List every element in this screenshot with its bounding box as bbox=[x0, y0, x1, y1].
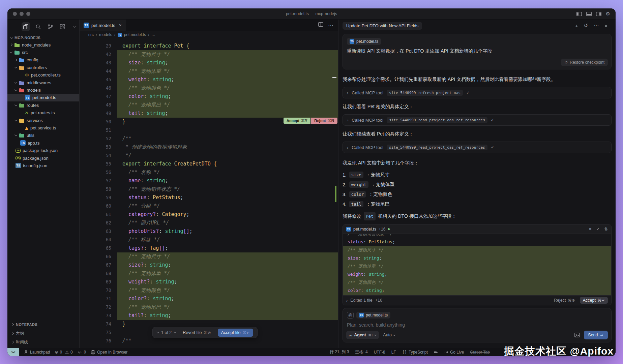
restore-checkpoint-button[interactable]: ↺Restore checkpoint bbox=[561, 59, 608, 66]
attach-image-icon[interactable] bbox=[574, 333, 580, 337]
mode-selector[interactable]: ∞ Agent ⌘I bbox=[346, 331, 379, 339]
send-button[interactable]: Send↵ bbox=[584, 331, 608, 339]
launchpad-button[interactable]: Launchpad bbox=[24, 350, 50, 355]
reject-all-icon[interactable]: ✕ bbox=[589, 226, 592, 232]
tree-item-label: pet.service.ts bbox=[30, 125, 56, 130]
tree-item-package-lock.json[interactable]: JSpackage-lock.json bbox=[7, 147, 79, 154]
add-context-button[interactable]: @ bbox=[347, 312, 354, 318]
reject-edit-button[interactable]: Reject⌘⊗ bbox=[554, 298, 575, 303]
traffic-lights[interactable] bbox=[13, 12, 30, 16]
tree-item-pet.controller.ts[interactable]: ⚙pet.controller.ts bbox=[7, 71, 79, 79]
split-editor-icon[interactable] bbox=[318, 22, 323, 29]
tab-pet-model[interactable]: TS pet.model.ts × bbox=[80, 20, 126, 31]
typescript-file-icon: TS bbox=[346, 227, 351, 232]
tree-item-models[interactable]: models bbox=[7, 86, 79, 94]
open-in-browser-button[interactable]: Open In Browser bbox=[91, 350, 127, 355]
accept-diff-button[interactable]: Accept⌘Y bbox=[284, 118, 310, 124]
chat-input-card[interactable]: @ TS pet.model.ts Plan, search, build an… bbox=[343, 308, 612, 342]
close-window-icon[interactable] bbox=[13, 12, 17, 16]
new-chat-icon[interactable]: + bbox=[575, 23, 578, 29]
diff-file-name: pet.model.ts bbox=[353, 227, 376, 232]
chevron-right-icon: › bbox=[346, 298, 348, 303]
sidebar: MCP-NODEJS node_modulessrcconfigcontroll… bbox=[7, 20, 80, 348]
context-file-chip[interactable]: TS pet.model.ts bbox=[356, 312, 390, 318]
source-control-icon[interactable] bbox=[46, 22, 55, 31]
toggle-left-panel-icon[interactable] bbox=[576, 12, 582, 16]
mcp-tool-call[interactable]: › Called MCP tool site_5440999_refresh_p… bbox=[343, 87, 612, 98]
more-options-icon[interactable]: ⋯ bbox=[594, 23, 599, 29]
chat-thread[interactable]: TS pet.model.ts 重新读取 API 文档数据，在 Pet DTO … bbox=[338, 32, 616, 348]
tree-item-package.json[interactable]: JSpackage.json bbox=[7, 154, 79, 162]
history-icon[interactable]: ↺ bbox=[584, 23, 588, 29]
tree-item-pet.service.ts[interactable]: ▲pet.service.ts bbox=[7, 124, 79, 131]
tree-item-routes[interactable]: routes bbox=[7, 101, 79, 109]
code-line-68: 68 /** 宠物体重 */ bbox=[80, 269, 338, 278]
line-number: 71 bbox=[80, 295, 111, 303]
prev-change-icon[interactable] bbox=[156, 331, 159, 333]
section-timeline[interactable]: 时间线 bbox=[7, 338, 79, 346]
context-file-chip[interactable]: TS pet.model.ts bbox=[347, 38, 381, 45]
chat-title[interactable]: Update Pet DTO with New API Fields bbox=[343, 22, 422, 30]
tree-item-middlewares[interactable]: middlewares bbox=[7, 79, 79, 86]
line-number: 48 bbox=[80, 101, 111, 109]
next-change-icon[interactable] bbox=[174, 332, 176, 334]
language-indicator[interactable]: {}TypeScript bbox=[402, 350, 428, 355]
reject-diff-button[interactable]: Reject⌘N bbox=[311, 118, 337, 124]
encoding-indicator[interactable]: UTF-8 bbox=[374, 350, 385, 355]
tree-item-app.ts[interactable]: TSapp.ts bbox=[7, 139, 79, 147]
more-actions-icon[interactable]: ⋯ bbox=[328, 22, 333, 29]
toggle-right-panel-icon[interactable] bbox=[596, 12, 601, 16]
accept-edit-button[interactable]: Accept⌘↵ bbox=[580, 297, 608, 304]
ports-indicator[interactable]: 0 bbox=[78, 350, 86, 355]
accept-file-button[interactable]: Accept file⌘↵ bbox=[218, 329, 253, 337]
activity-bar bbox=[7, 20, 79, 33]
search-icon[interactable] bbox=[34, 22, 42, 31]
section-notepads[interactable]: NOTEPADS bbox=[7, 320, 79, 329]
diff-card-header[interactable]: TS pet.model.ts +16 ✕ ✓ ⇅ bbox=[343, 224, 611, 234]
section-outline[interactable]: 大纲 bbox=[7, 329, 79, 338]
revert-file-button[interactable]: Revert file⌘⊗ bbox=[183, 330, 211, 335]
mcp-tool-call[interactable]: › Called MCP tool site_5440999_read_proj… bbox=[343, 142, 612, 153]
breadcrumb[interactable]: src› models› TS pet.model.ts› … bbox=[80, 31, 338, 38]
toggle-bottom-panel-icon[interactable] bbox=[586, 12, 592, 16]
go-live-button[interactable]: Go Live bbox=[444, 350, 464, 355]
tree-item-config[interactable]: config bbox=[7, 56, 79, 64]
problems-indicator[interactable]: ⊗0 ⚠0 bbox=[55, 350, 72, 355]
mcp-tool-call[interactable]: › Called MCP tool site_5440999_read_proj… bbox=[343, 114, 612, 126]
code-editor[interactable]: 29export interface Pet {42 /** 宠物尺寸 */43… bbox=[80, 38, 338, 348]
minimize-window-icon[interactable] bbox=[20, 12, 24, 16]
expand-icon[interactable]: ⇅ bbox=[604, 226, 608, 232]
tree-item-node_modules[interactable]: node_modules bbox=[7, 41, 79, 49]
line-number: 56 bbox=[80, 168, 111, 177]
tree-item-controllers[interactable]: controllers bbox=[7, 64, 79, 71]
remote-indicator-icon[interactable]: >< bbox=[7, 348, 19, 356]
tree-item-utils[interactable]: utils bbox=[7, 132, 79, 139]
accept-all-icon[interactable]: ✓ bbox=[596, 226, 600, 232]
prettier-icon[interactable] bbox=[434, 351, 438, 354]
line-col-indicator[interactable]: 行 21, 列 3 bbox=[330, 349, 349, 355]
tree-item-services[interactable]: services bbox=[7, 117, 79, 124]
settings-gear-icon[interactable]: ⚙ bbox=[606, 11, 610, 17]
extensions-icon[interactable] bbox=[58, 22, 67, 31]
tree-item-label: models bbox=[27, 88, 41, 93]
chevron-down-icon[interactable] bbox=[71, 22, 79, 31]
close-panel-icon[interactable]: × bbox=[604, 23, 607, 29]
tree-item-tsconfig.json[interactable]: TStsconfig.json bbox=[7, 162, 79, 169]
zoom-window-icon[interactable] bbox=[26, 12, 30, 16]
chat-input[interactable]: Plan, search, build anything bbox=[347, 322, 607, 328]
explorer-icon[interactable] bbox=[22, 22, 30, 31]
indentation-indicator[interactable]: 空格: 4 bbox=[355, 349, 367, 355]
tree-item-label: package.json bbox=[23, 156, 49, 161]
tree-item-pet.model.ts[interactable]: TSpet.model.ts bbox=[7, 94, 79, 101]
tree-item-pet.routes.ts[interactable]: ✈pet.routes.ts bbox=[7, 109, 79, 117]
cursor-tab-indicator[interactable]: Cursor Tab bbox=[470, 350, 489, 355]
model-selector[interactable]: Auto bbox=[383, 333, 395, 337]
code-text: size: string; bbox=[117, 59, 338, 67]
tree-item-src[interactable]: src bbox=[7, 49, 79, 56]
eol-indicator[interactable]: LF bbox=[391, 350, 396, 355]
project-root[interactable]: MCP-NODEJS bbox=[7, 33, 79, 41]
close-tab-icon[interactable]: × bbox=[119, 23, 122, 28]
diff-code-preview[interactable]: /** 宠物销售状态 */status: PetStatus;/** 宠物尺寸 … bbox=[343, 234, 611, 295]
code-line-69: 69 weight?: string; bbox=[80, 278, 338, 286]
code-line-46: 46 /** 宠物颜色 */ bbox=[80, 84, 338, 92]
